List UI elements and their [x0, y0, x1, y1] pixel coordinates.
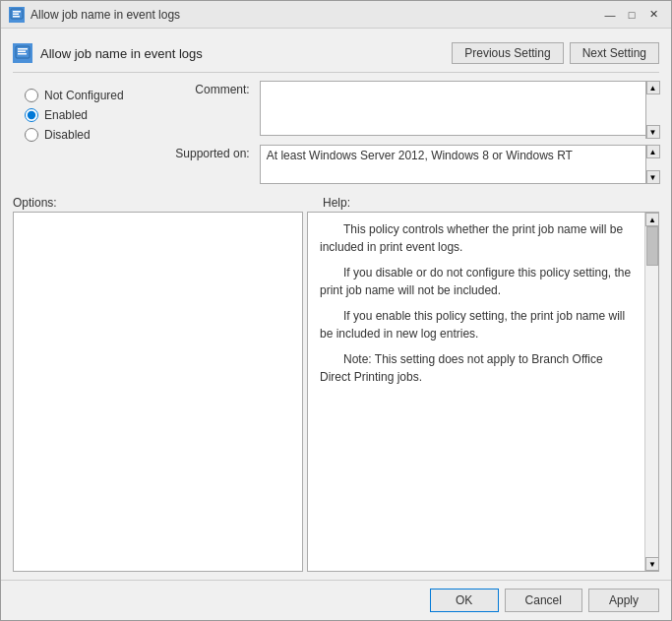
window-icon: [9, 7, 25, 23]
supported-scrollbar-track: [646, 158, 659, 170]
dialog-title: Allow job name in event logs: [40, 46, 203, 61]
cancel-button[interactable]: Cancel: [505, 589, 582, 612]
nav-buttons: Previous Setting Next Setting: [452, 42, 659, 64]
svg-rect-2: [13, 13, 19, 15]
ok-button[interactable]: OK: [430, 589, 499, 612]
supported-label: Supported on:: [132, 145, 260, 160]
header-icon: [13, 43, 32, 63]
title-bar: Allow job name in event logs — □ ✕: [1, 1, 671, 29]
help-text-3: If you enable this policy setting, the p…: [320, 307, 633, 342]
radio-group: Not Configured Enabled Disabled: [13, 89, 124, 182]
help-panel: This policy controls whether the print j…: [308, 213, 644, 571]
svg-rect-6: [18, 51, 26, 53]
help-scroll-down[interactable]: ▼: [645, 557, 659, 571]
svg-rect-5: [18, 48, 28, 50]
right-fields: Comment: ▲ ▼ Supported on: At least: [124, 81, 659, 190]
comment-scrollbar: ▲ ▼: [645, 81, 659, 139]
help-scroll-thumb[interactable]: [646, 226, 658, 266]
options-panel: [13, 212, 303, 572]
options-label: Options:: [13, 196, 313, 210]
maximize-button[interactable]: □: [622, 5, 641, 25]
settings-section: Not Configured Enabled Disabled Comment:: [13, 81, 659, 190]
scroll-down-arrow[interactable]: ▼: [646, 125, 660, 139]
supported-container: At least Windows Server 2012, Windows 8 …: [260, 145, 659, 184]
dialog-window: Allow job name in event logs — □ ✕ Allow…: [0, 0, 672, 621]
supported-row: Supported on: At least Windows Server 20…: [132, 145, 659, 184]
panels: This policy controls whether the print j…: [13, 212, 659, 572]
help-text-4: Note: This setting does not apply to Bra…: [320, 350, 633, 386]
radio-disabled-input[interactable]: [25, 128, 38, 142]
comment-container: ▲ ▼: [260, 81, 659, 139]
comment-label: Comment:: [132, 81, 260, 96]
comment-row: Comment: ▲ ▼: [132, 81, 659, 139]
radio-disabled[interactable]: Disabled: [25, 128, 124, 142]
supported-scroll-up[interactable]: ▲: [646, 145, 660, 158]
radio-not-configured[interactable]: Not Configured: [25, 89, 124, 102]
svg-rect-7: [18, 53, 27, 55]
help-text-1: This policy controls whether the print j…: [320, 220, 633, 256]
header-title: Allow job name in event logs: [13, 43, 203, 63]
supported-value: At least Windows Server 2012, Windows 8 …: [260, 145, 659, 184]
radio-not-configured-input[interactable]: [25, 89, 38, 102]
help-scroll-up[interactable]: ▲: [645, 213, 659, 226]
supported-scroll-down[interactable]: ▼: [646, 170, 660, 184]
comment-textarea[interactable]: [260, 81, 659, 136]
supported-scrollbar: ▲ ▼: [645, 145, 659, 184]
help-scrollbar: ▲ ▼: [644, 213, 658, 571]
scrollbar-track: [646, 94, 659, 125]
header-row: Allow job name in event logs Previous Se…: [13, 36, 659, 73]
help-text-2: If you disable or do not configure this …: [320, 264, 633, 299]
close-button[interactable]: ✕: [643, 5, 663, 25]
section-labels: Options: Help:: [13, 196, 659, 210]
window-title: Allow job name in event logs: [31, 8, 594, 22]
minimize-button[interactable]: —: [600, 5, 620, 25]
help-panel-wrapper: This policy controls whether the print j…: [307, 212, 659, 572]
scroll-up-arrow[interactable]: ▲: [646, 81, 660, 94]
apply-button[interactable]: Apply: [588, 589, 659, 612]
radio-enabled-label: Enabled: [44, 108, 88, 122]
help-scroll-track: [645, 226, 658, 557]
help-label: Help:: [323, 196, 659, 210]
radio-not-configured-label: Not Configured: [44, 89, 124, 102]
content-area: Allow job name in event logs Previous Se…: [1, 29, 671, 580]
next-setting-button[interactable]: Next Setting: [570, 42, 659, 64]
radio-enabled[interactable]: Enabled: [25, 108, 124, 122]
radio-enabled-input[interactable]: [25, 108, 38, 122]
bottom-bar: OK Cancel Apply: [1, 580, 671, 620]
window-controls: — □ ✕: [600, 5, 663, 25]
previous-setting-button[interactable]: Previous Setting: [452, 42, 563, 64]
radio-disabled-label: Disabled: [44, 128, 91, 142]
svg-rect-3: [13, 16, 20, 18]
svg-rect-1: [13, 11, 21, 13]
